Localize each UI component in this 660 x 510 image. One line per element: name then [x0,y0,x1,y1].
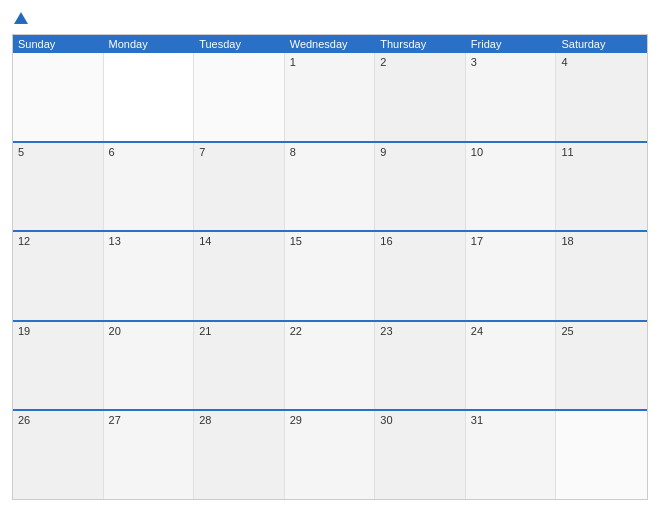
logo [12,10,36,28]
day-cell: 31 [466,411,557,499]
day-number: 7 [199,146,205,158]
day-number: 5 [18,146,24,158]
week-row: 567891011 [13,141,647,231]
day-number: 3 [471,56,477,68]
day-header: Sunday [13,35,104,53]
day-cell [104,53,195,141]
day-cell: 6 [104,143,195,231]
day-number: 24 [471,325,483,337]
svg-marker-1 [15,14,27,23]
day-header: Tuesday [194,35,285,53]
day-number: 30 [380,414,392,426]
day-number: 22 [290,325,302,337]
day-number: 6 [109,146,115,158]
logo-icon [12,10,30,28]
day-cell: 13 [104,232,195,320]
day-number: 1 [290,56,296,68]
day-cell: 23 [375,322,466,410]
page: SundayMondayTuesdayWednesdayThursdayFrid… [0,0,660,510]
day-number: 25 [561,325,573,337]
day-header: Wednesday [285,35,376,53]
day-number: 15 [290,235,302,247]
day-cell: 5 [13,143,104,231]
day-number: 8 [290,146,296,158]
day-cell: 25 [556,322,647,410]
day-cell: 9 [375,143,466,231]
day-cell: 26 [13,411,104,499]
calendar: SundayMondayTuesdayWednesdayThursdayFrid… [12,34,648,500]
day-cell: 4 [556,53,647,141]
day-number: 18 [561,235,573,247]
day-number: 19 [18,325,30,337]
day-cell [13,53,104,141]
day-number: 28 [199,414,211,426]
day-cell [194,53,285,141]
day-cell: 22 [285,322,376,410]
header [12,10,648,28]
day-cell: 30 [375,411,466,499]
day-number: 11 [561,146,573,158]
day-cell: 28 [194,411,285,499]
day-cell: 16 [375,232,466,320]
day-cell: 11 [556,143,647,231]
day-cell: 7 [194,143,285,231]
day-number: 21 [199,325,211,337]
day-cell: 12 [13,232,104,320]
day-cell: 20 [104,322,195,410]
day-header: Thursday [375,35,466,53]
day-cell: 1 [285,53,376,141]
day-cell: 18 [556,232,647,320]
day-number: 16 [380,235,392,247]
day-number: 12 [18,235,30,247]
day-number: 9 [380,146,386,158]
day-number: 31 [471,414,483,426]
day-cell: 27 [104,411,195,499]
weeks: 1234567891011121314151617181920212223242… [13,53,647,499]
day-number: 2 [380,56,386,68]
day-number: 27 [109,414,121,426]
day-header: Saturday [556,35,647,53]
day-header: Monday [104,35,195,53]
day-number: 23 [380,325,392,337]
day-cell: 10 [466,143,557,231]
week-row: 12131415161718 [13,230,647,320]
day-cell: 15 [285,232,376,320]
day-cell: 14 [194,232,285,320]
week-row: 1234 [13,53,647,141]
day-number: 20 [109,325,121,337]
day-number: 26 [18,414,30,426]
day-number: 17 [471,235,483,247]
day-number: 13 [109,235,121,247]
day-number: 10 [471,146,483,158]
day-number: 14 [199,235,211,247]
day-header: Friday [466,35,557,53]
day-headers: SundayMondayTuesdayWednesdayThursdayFrid… [13,35,647,53]
day-cell: 19 [13,322,104,410]
week-row: 19202122232425 [13,320,647,410]
day-number: 29 [290,414,302,426]
day-cell: 24 [466,322,557,410]
day-cell: 17 [466,232,557,320]
day-cell: 2 [375,53,466,141]
day-cell: 29 [285,411,376,499]
day-cell [556,411,647,499]
day-number: 4 [561,56,567,68]
week-row: 262728293031 [13,409,647,499]
day-cell: 21 [194,322,285,410]
day-cell: 8 [285,143,376,231]
day-cell: 3 [466,53,557,141]
